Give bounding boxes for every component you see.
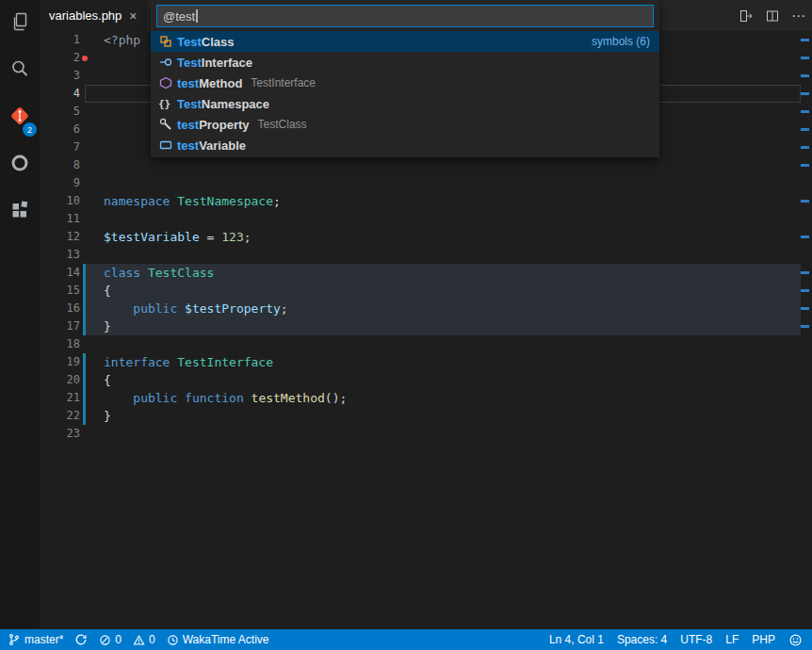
search-icon xyxy=(8,57,31,84)
sync-icon xyxy=(74,633,88,646)
files-icon xyxy=(8,10,31,37)
overview-ruler[interactable] xyxy=(799,31,812,629)
quick-open-input[interactable]: @test xyxy=(156,5,654,27)
overview-mark xyxy=(801,200,809,203)
extensions-icon xyxy=(8,199,31,225)
line-number: 8 xyxy=(40,156,80,174)
symbol-name: testProperty xyxy=(177,118,250,132)
status-item-utf-8[interactable]: UTF-8 xyxy=(680,633,712,646)
overview-mark xyxy=(801,128,809,131)
branch-icon xyxy=(8,633,21,646)
status-item-spaces-4[interactable]: Spaces: 4 xyxy=(617,633,667,646)
open-changes-icon[interactable] xyxy=(739,8,754,24)
extensions-button[interactable] xyxy=(0,188,40,236)
vscode-window: 2 variables.php × xyxy=(0,0,812,650)
interface-icon xyxy=(158,55,177,70)
symbol-name: TestNamespace xyxy=(177,97,269,111)
status-item-0[interactable]: 0 xyxy=(99,633,122,646)
explorer-button[interactable] xyxy=(0,0,40,47)
line-number: 7 xyxy=(40,138,80,156)
tab-variables-php[interactable]: variables.php × xyxy=(40,0,147,31)
code-line[interactable]: 8 xyxy=(40,156,799,174)
status-item[interactable] xyxy=(74,633,88,646)
status-label: Ln 4, Col 1 xyxy=(549,633,604,646)
symbols-count-badge: symbols (6) xyxy=(592,35,650,48)
status-label: PHP xyxy=(752,633,775,646)
status-item-php[interactable]: PHP xyxy=(752,633,775,646)
quick-open-item[interactable]: testPropertyTestClass xyxy=(151,114,659,135)
method-icon xyxy=(158,75,177,90)
code-line[interactable]: 12$testVariable = 123; xyxy=(40,228,799,246)
activity-bar: 2 xyxy=(0,0,40,629)
status-item-0[interactable]: 0 xyxy=(133,633,155,646)
line-number: 19 xyxy=(40,353,80,371)
quick-open-item[interactable]: testMethodTestInterface xyxy=(151,73,659,93)
quick-open-item[interactable]: {}TestNamespace xyxy=(151,93,659,114)
quick-open-item[interactable]: TestInterface xyxy=(151,52,659,73)
overview-mark xyxy=(801,325,809,328)
warning-icon xyxy=(133,634,145,646)
status-item-ln-4-col-1[interactable]: Ln 4, Col 1 xyxy=(549,633,604,646)
overview-mark xyxy=(801,92,809,95)
line-number: 12 xyxy=(40,228,80,246)
status-label: 0 xyxy=(115,633,122,646)
git-gutter-indicator xyxy=(83,353,86,425)
error-icon xyxy=(99,634,111,646)
code-line[interactable]: 10namespace TestNamespace; xyxy=(40,192,799,210)
overview-mark xyxy=(801,74,809,77)
git-gutter-indicator xyxy=(83,264,86,335)
code-line[interactable]: 11 xyxy=(40,210,799,228)
line-number: 20 xyxy=(40,371,80,389)
more-actions-icon[interactable]: ⋯ xyxy=(791,8,806,24)
line-number: 18 xyxy=(40,335,80,353)
quick-open-query: @test xyxy=(163,9,195,24)
code-line[interactable]: 20{ xyxy=(40,371,799,389)
code-line[interactable]: 14class TestClass xyxy=(40,264,799,282)
code-line[interactable]: 16 public $testProperty; xyxy=(40,300,799,317)
line-number: 4 xyxy=(40,85,80,103)
status-item-lf[interactable]: LF xyxy=(725,633,739,646)
error-marker xyxy=(82,56,88,61)
search-button[interactable] xyxy=(0,47,40,94)
source-control-button[interactable]: 2 xyxy=(0,94,40,141)
line-number: 15 xyxy=(40,282,80,300)
quick-open-item[interactable]: testVariable xyxy=(151,135,659,155)
overview-mark xyxy=(801,164,809,167)
status-bar: master*00WakaTime Active Ln 4, Col 1Spac… xyxy=(0,629,812,650)
code-line[interactable]: 22} xyxy=(40,407,799,425)
debug-icon xyxy=(8,152,31,178)
code-line[interactable]: 19interface TestInterface xyxy=(40,353,799,371)
status-label: LF xyxy=(725,633,739,646)
close-icon[interactable]: × xyxy=(129,9,137,23)
code-line[interactable]: 23 xyxy=(40,425,799,443)
quick-open-list: TestClasssymbols (6)TestInterfacetestMet… xyxy=(151,31,659,155)
code-text: } xyxy=(104,407,111,425)
code-line[interactable]: 17} xyxy=(40,317,799,335)
code-text: { xyxy=(104,371,111,389)
symbol-name: TestInterface xyxy=(177,56,252,70)
code-line[interactable]: 21 public function testMethod(); xyxy=(40,389,799,407)
line-number: 21 xyxy=(40,389,80,407)
line-number: 23 xyxy=(40,425,80,443)
line-number: 16 xyxy=(40,300,80,317)
code-line[interactable]: 9 xyxy=(40,174,799,192)
code-line[interactable]: 18 xyxy=(40,335,799,353)
code-line[interactable]: 13 xyxy=(40,246,799,264)
line-number: 17 xyxy=(40,317,80,335)
status-label: 0 xyxy=(149,633,155,646)
quick-open-item[interactable]: TestClasssymbols (6) xyxy=(151,31,659,52)
code-text: interface TestInterface xyxy=(104,353,273,371)
overview-mark xyxy=(801,236,809,238)
overview-mark xyxy=(801,146,809,149)
code-line[interactable]: 15{ xyxy=(40,282,799,300)
symbol-detail: TestInterface xyxy=(251,76,316,89)
variable-icon xyxy=(158,138,177,153)
status-item-wakatime-active[interactable]: WakaTime Active xyxy=(167,633,269,646)
split-editor-icon[interactable] xyxy=(765,8,780,24)
status-item-master[interactable]: master* xyxy=(8,633,63,646)
debug-button[interactable] xyxy=(0,141,40,188)
tab-label: variables.php xyxy=(49,8,122,23)
status-item[interactable] xyxy=(788,633,803,647)
symbol-name: testMethod xyxy=(177,76,242,90)
line-number: 11 xyxy=(40,210,80,228)
